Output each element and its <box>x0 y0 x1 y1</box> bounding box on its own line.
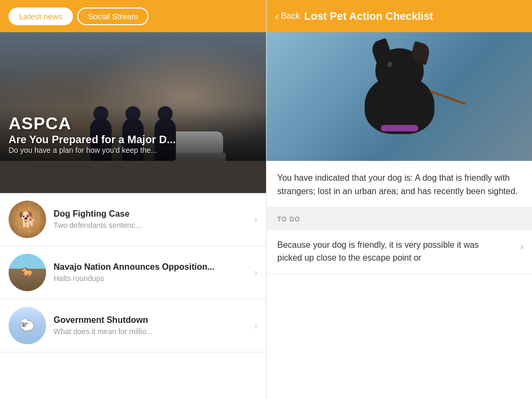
news-item-content-2: Navajo Nation Announces Opposition... Ha… <box>54 262 250 283</box>
pet-hero-image <box>267 32 532 161</box>
hero-brand: ASPCA <box>9 114 257 134</box>
back-label: Back <box>281 11 300 21</box>
todo-section: TO DO <box>267 208 532 230</box>
dog-collar <box>381 125 418 131</box>
dog-body <box>365 75 434 134</box>
hero-title: Are You Prepared for a Major D... <box>9 134 257 146</box>
thumb-icon-3: 🐑 <box>9 307 46 344</box>
todo-text: Because your dog is friendly, it is very… <box>277 239 521 265</box>
todo-content-item[interactable]: Because your dog is friendly, it is very… <box>267 230 532 275</box>
news-list: 🐕 Dog Fighting Case Two defendants sente… <box>0 193 266 399</box>
left-header: Latest news Social Stream <box>0 0 266 32</box>
dog-head <box>375 48 424 91</box>
dog-illustration <box>365 75 434 134</box>
social-stream-tab[interactable]: Social Stream <box>77 8 149 25</box>
expand-chevron-icon[interactable]: › <box>520 241 523 252</box>
news-thumbnail-1: 🐕 <box>9 201 46 238</box>
news-item-content-3: Government Shutdown What does it mean fo… <box>54 315 250 336</box>
page-title: Lost Pet Action Checklist <box>304 10 433 23</box>
back-chevron-icon: ‹ <box>275 10 279 23</box>
news-item-title-2: Navajo Nation Announces Opposition... <box>54 262 250 272</box>
hero-ground <box>0 161 266 193</box>
right-content: You have indicated that your dog is: A d… <box>267 161 532 399</box>
chevron-right-icon-2: › <box>254 267 257 278</box>
dog-ear-left <box>370 38 393 64</box>
list-item[interactable]: 🐎 Navajo Nation Announces Opposition... … <box>0 246 266 299</box>
news-item-snippet-2: Halts roundups <box>54 274 250 283</box>
news-thumbnail-3: 🐑 <box>9 307 46 344</box>
back-button[interactable]: ‹ Back <box>275 10 300 23</box>
right-panel: ‹ Back Lost Pet Action Checklist You hav… <box>266 0 532 399</box>
dog-eye <box>387 62 393 67</box>
right-header: ‹ Back Lost Pet Action Checklist <box>267 0 532 32</box>
todo-label: TO DO <box>277 216 300 223</box>
list-item[interactable]: 🐕 Dog Fighting Case Two defendants sente… <box>0 193 266 246</box>
hero-text-overlay: ASPCA Are You Prepared for a Major D... … <box>0 107 266 161</box>
dog-leash <box>430 90 466 105</box>
description-text: You have indicated that your dog is: A d… <box>277 172 521 198</box>
dog-ear-right <box>409 41 431 65</box>
news-item-snippet-3: What does it mean for millio... <box>54 327 250 336</box>
left-panel: Latest news Social Stream ASPCA Are You … <box>0 0 266 399</box>
news-item-title-3: Government Shutdown <box>54 315 250 325</box>
hero-subtitle: Do you have a plan for how you'd keep th… <box>9 146 257 154</box>
chevron-right-icon-3: › <box>254 320 257 331</box>
list-item[interactable]: 🐑 Government Shutdown What does it mean … <box>0 299 266 352</box>
latest-news-tab[interactable]: Latest news <box>9 8 73 25</box>
description-section: You have indicated that your dog is: A d… <box>267 161 532 208</box>
thumb-icon-2: 🐎 <box>9 254 46 291</box>
thumb-icon-1: 🐕 <box>9 201 46 238</box>
hero-image[interactable]: ASPCA Are You Prepared for a Major D... … <box>0 32 266 193</box>
news-thumbnail-2: 🐎 <box>9 254 46 291</box>
